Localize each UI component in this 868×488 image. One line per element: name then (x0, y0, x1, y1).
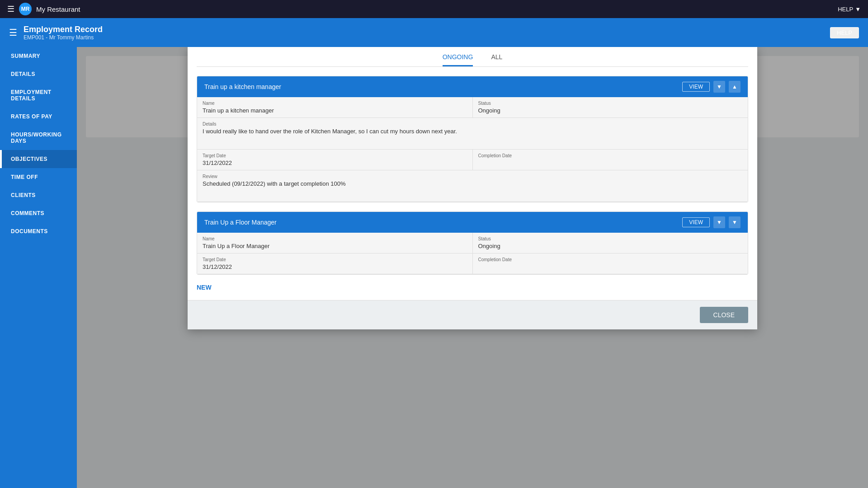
sidebar-item-clients[interactable]: CLIENTS (0, 186, 77, 204)
tab-ongoing[interactable]: ONGOING (443, 53, 473, 66)
header-help-button[interactable]: HELP (830, 27, 859, 38)
objective-1-dropdown-button[interactable]: ▼ (713, 81, 725, 93)
page-subtitle: EMP001 - Mr Tommy Martins (24, 34, 103, 41)
objective-1-target-date-cell: Target Date 31/12/2022 (197, 150, 473, 170)
sidebar: SUMMARY DETAILS EMPLOYMENT DETAILS RATES… (0, 47, 77, 488)
objective-1-collapse-button[interactable]: ▲ (729, 81, 741, 93)
objective-1-completion-date-label: Completion Date (478, 153, 743, 158)
hamburger-icon[interactable]: ☰ (7, 4, 14, 14)
objective-1-row-review: Review Scheduled (09/12/2022) with a tar… (197, 170, 748, 202)
objective-1-review-value: Scheduled (09/12/2022) with a target com… (203, 180, 742, 187)
objective-1-title: Train up a kitchen manager (204, 83, 281, 90)
sidebar-item-time-off[interactable]: TIME OFF (0, 168, 77, 186)
objective-2-target-date-label: Target Date (203, 257, 467, 262)
objective-1-status-label: Status (478, 101, 743, 106)
objective-1-actions: VIEW ▼ ▲ (682, 81, 741, 93)
modal-body: ONGOING ALL Train up a kitchen manager V… (188, 47, 757, 300)
close-button[interactable]: CLOSE (700, 307, 748, 323)
chevron-down-icon: ▼ (855, 6, 861, 13)
objective-2-expand-button[interactable]: ▼ (729, 216, 741, 228)
objective-2-completion-date-label: Completion Date (478, 257, 743, 262)
objective-2-status-cell: Status Ongoing (473, 233, 748, 253)
objective-1-view-button[interactable]: VIEW (682, 82, 710, 92)
new-objective-button[interactable]: NEW (197, 284, 212, 291)
modal-overlay: ONGOING ALL Train up a kitchen manager V… (77, 47, 868, 488)
top-nav-right: HELP ▼ (838, 6, 861, 13)
sidebar-item-rates-of-pay[interactable]: RATES OF PAY (0, 108, 77, 126)
tabs-row: ONGOING ALL (197, 47, 748, 67)
main-layout: SUMMARY DETAILS EMPLOYMENT DETAILS RATES… (0, 47, 868, 488)
page-title: Employment Record (24, 25, 103, 34)
objective-1-completion-date-cell: Completion Date (473, 150, 748, 170)
objective-2-status-value: Ongoing (478, 243, 743, 249)
objective-1-review-label: Review (203, 174, 742, 179)
objective-1-review-cell: Review Scheduled (09/12/2022) with a tar… (197, 170, 748, 202)
top-help-button[interactable]: HELP ▼ (838, 6, 861, 13)
objective-2-status-label: Status (478, 236, 743, 241)
objective-2-name-value: Train Up a Floor Manager (203, 243, 467, 249)
top-nav-left: ☰ MR My Restaurant (7, 3, 80, 15)
content-area: ONGOING ALL Train up a kitchen manager V… (77, 47, 868, 488)
objective-2-title: Train Up a Floor Manager (204, 219, 277, 226)
objective-2-dropdown-button[interactable]: ▼ (713, 216, 725, 228)
objective-card-1: Train up a kitchen manager VIEW ▼ ▲ (197, 76, 748, 202)
sidebar-item-comments[interactable]: COMMENTS (0, 204, 77, 222)
objective-1-details-value: I would really like to hand over the rol… (203, 128, 742, 135)
objective-card-2-header: Train Up a Floor Manager VIEW ▼ ▼ (197, 212, 748, 233)
objective-2-target-date-cell: Target Date 31/12/2022 (197, 253, 473, 274)
objective-2-name-label: Name (203, 236, 467, 241)
objective-1-target-date-label: Target Date (203, 153, 467, 158)
sidebar-item-details[interactable]: DETAILS (0, 65, 77, 83)
sidebar-item-employment-details[interactable]: EMPLOYMENT DETAILS (0, 83, 77, 108)
objective-1-status-cell: Status Ongoing (473, 97, 748, 118)
objective-1-body: Name Train up a kitchen manager Status O… (197, 97, 748, 202)
page-header: ☰ Employment Record EMP001 - Mr Tommy Ma… (0, 18, 868, 47)
page-header-title-block: Employment Record EMP001 - Mr Tommy Mart… (24, 25, 103, 41)
sidebar-item-summary[interactable]: SUMMARY (0, 47, 77, 65)
objectives-modal: ONGOING ALL Train up a kitchen manager V… (188, 47, 757, 329)
objective-card-2: Train Up a Floor Manager VIEW ▼ ▼ (197, 211, 748, 275)
objective-2-row-name-status: Name Train Up a Floor Manager Status Ong… (197, 233, 748, 253)
objective-1-details-label: Details (203, 122, 742, 127)
objective-1-status-value: Ongoing (478, 107, 743, 114)
objective-2-name-cell: Name Train Up a Floor Manager (197, 233, 473, 253)
objective-2-completion-date-cell: Completion Date (473, 253, 748, 274)
app-logo: MR (19, 3, 32, 15)
objective-1-target-date-value: 31/12/2022 (203, 160, 467, 166)
objective-1-name-value: Train up a kitchen manager (203, 107, 467, 114)
objective-1-name-cell: Name Train up a kitchen manager (197, 97, 473, 118)
objective-1-details-cell: Details I would really like to hand over… (197, 118, 748, 150)
objective-2-row-dates: Target Date 31/12/2022 Completion Date (197, 253, 748, 274)
sidebar-item-documents[interactable]: DOCUMENTS (0, 222, 77, 240)
sidebar-item-hours-working-days[interactable]: HOURS/WORKING DAYS (0, 126, 77, 150)
menu-icon[interactable]: ☰ (9, 27, 17, 38)
objective-card-1-header: Train up a kitchen manager VIEW ▼ ▲ (197, 76, 748, 97)
objective-1-name-label: Name (203, 101, 467, 106)
objective-2-actions: VIEW ▼ ▼ (682, 216, 741, 228)
sidebar-item-objectives[interactable]: OBJECTIVES (0, 150, 77, 168)
objective-1-row-name-status: Name Train up a kitchen manager Status O… (197, 97, 748, 118)
objective-2-body: Name Train Up a Floor Manager Status Ong… (197, 233, 748, 274)
objective-1-row-details: Details I would really like to hand over… (197, 118, 748, 150)
tab-all[interactable]: ALL (491, 53, 502, 66)
app-title: My Restaurant (36, 5, 80, 13)
modal-footer: CLOSE (188, 300, 757, 329)
objective-2-view-button[interactable]: VIEW (682, 217, 710, 227)
top-nav: ☰ MR My Restaurant HELP ▼ (0, 0, 868, 18)
objective-2-target-date-value: 31/12/2022 (203, 263, 467, 270)
page-header-left: ☰ Employment Record EMP001 - Mr Tommy Ma… (9, 25, 103, 41)
objective-1-row-dates: Target Date 31/12/2022 Completion Date (197, 150, 748, 170)
